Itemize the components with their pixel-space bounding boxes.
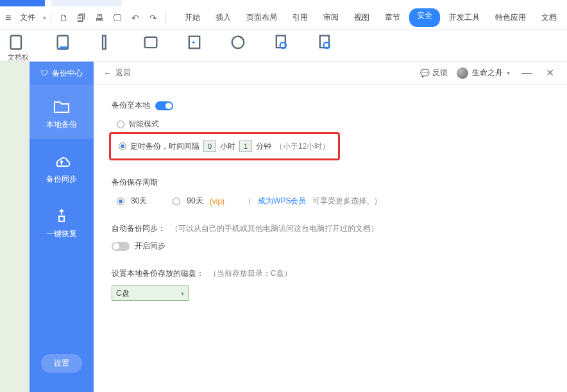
tab-devtools[interactable]: 开发工具 [443,8,486,27]
vip-tag: (vip) [210,197,224,206]
disk-selected-value: C盘 [116,288,130,299]
print-icon[interactable]: 🖶 [92,10,107,26]
section-auto-sync: 自动备份同步： （可以从自己的手机或其他电脑访问这台电脑打开过的文档） 开启同步 [112,223,549,251]
sidebar-item-sync[interactable]: 备份同步 [30,139,94,194]
section-title-text: 备份保存周期 [112,177,158,188]
ribbon-item[interactable] [229,33,247,51]
minutes-unit: 分钟 [256,141,271,152]
tab-document[interactable]: 文档 [535,8,563,27]
radio-smart-mode[interactable]: 智能模式 [117,119,549,130]
backup-local-toggle[interactable] [155,101,173,110]
username: 生命之舟 [472,67,503,78]
sidebar-item-label: 备份同步 [46,175,77,183]
tab-chapter[interactable]: 章节 [378,8,407,27]
enable-sync-toggle[interactable] [112,242,130,251]
sidebar-item-label: 本地备份 [46,120,77,129]
svg-rect-0 [11,36,21,49]
section-retention: 备份保存周期 30天 90天 (vip) （ 成为WPS会员 可享受更多选择。） [112,177,549,207]
chevron-down-icon: ▾ [43,15,46,21]
sidebar-title-text: 备份中心 [52,68,83,79]
redo-icon[interactable]: ↷ [146,10,161,26]
workspace: 🛡 备份中心 本地备份 备份同步 一键恢复 设置 ← 返回 [0,62,567,392]
enable-sync-label: 开启同步 [135,241,165,251]
ribbon-item[interactable] [273,33,291,51]
tab-layout[interactable]: 页面布局 [240,8,284,27]
tab-security[interactable]: 安全 [409,8,440,27]
inactive-doc-tab[interactable] [51,0,122,6]
tab-view[interactable]: 视图 [348,8,376,27]
vip-suffix: 可享受更多选择。） [312,196,382,207]
separator [165,12,166,24]
sidebar-item-label: 一键恢复 [46,229,77,238]
ribbon-doc-permission[interactable]: 文档权 [8,33,29,62]
disk-select[interactable]: C盘 ▾ [112,285,189,301]
retention-90-label: 90天 [187,196,203,207]
ribbon-row: 文档权 + [0,30,567,62]
hours-input[interactable]: 0 [203,141,216,152]
tab-reference[interactable]: 引用 [286,8,314,27]
minutes-input[interactable]: 1 [239,141,252,152]
feedback-label: 反馈 [432,67,448,78]
close-button[interactable]: ✕ [543,65,557,80]
chevron-down-icon: ▾ [507,69,510,76]
vip-prefix: （ [244,196,251,207]
settings-button[interactable]: 设置 [41,354,82,373]
preview-icon[interactable]: 🖵 [110,10,125,26]
auto-sync-hint: （可以从自己的手机或其他电脑访问这台电脑打开过的文档） [171,223,378,234]
ribbon-item[interactable] [316,33,334,51]
timed-backup-label: 定时备份，时间间隔 [130,141,199,152]
radio-icon [117,121,124,128]
section-disk: 设置本地备份存放的磁盘： （当前存放目录：C盘） C盘 ▾ [112,268,549,301]
share-icon[interactable]: 🗋 [56,10,71,26]
sidebar-title: 🛡 备份中心 [30,62,94,85]
user-menu[interactable]: 生命之舟 ▾ [457,67,510,79]
document-background [0,62,30,392]
radio-label: 智能模式 [128,119,159,130]
back-label: 返回 [115,67,131,78]
back-button[interactable]: ← 返回 [104,67,131,78]
ribbon-item[interactable] [55,33,72,51]
copy-icon[interactable]: 🗐 [74,10,89,26]
active-doc-tab[interactable] [0,0,45,6]
ribbon-item[interactable] [98,33,116,51]
tab-start[interactable]: 开始 [178,8,207,27]
avatar-icon [457,67,468,79]
panel-body: 备份至本地 智能模式 定时备份，时间间隔 0 小时 1 分钟 （小于12小时） [94,85,567,333]
back-arrow-icon: ← [104,69,112,78]
hamburger-icon[interactable]: ≡ [5,12,12,24]
ribbon-label: 文档权 [8,53,29,62]
svg-rect-2 [103,36,106,49]
retention-30-label: 30天 [131,196,147,207]
become-vip-link[interactable]: 成为WPS会员 [258,196,306,207]
sidebar-item-local-backup[interactable]: 本地备份 [30,85,94,139]
sidebar-item-restore[interactable]: 一键恢复 [30,194,94,248]
hours-unit: 小时 [220,141,235,152]
tap-icon [53,207,71,225]
radio-90-days[interactable] [173,198,180,205]
folder-icon [53,98,71,115]
tab-insert[interactable]: 插入 [209,8,237,27]
shield-icon: 🛡 [40,69,48,78]
panel-header: ← 返回 💬 反馈 生命之舟 ▾ — ✕ [94,62,567,85]
file-menu[interactable]: 文件 [15,10,40,26]
section-backup-local: 备份至本地 智能模式 定时备份，时间间隔 0 小时 1 分钟 （小于12小时） [112,100,549,160]
ribbon-item[interactable] [142,33,160,51]
backup-sidebar: 🛡 备份中心 本地备份 备份同步 一键恢复 设置 [30,62,94,392]
settings-panel: ← 返回 💬 反馈 生命之舟 ▾ — ✕ 备 [94,62,567,392]
disk-hint: （当前存放目录：C盘） [209,268,292,279]
main-toolbar: ≡ 文件 ▾ 🗋 🗐 🖶 🖵 ↶ ↷ 开始 插入 页面布局 引用 审阅 视图 章… [0,6,567,30]
minimize-button[interactable]: — [519,66,534,80]
tab-special[interactable]: 特色应用 [489,8,532,27]
radio-30-days[interactable] [117,198,124,205]
feedback-link[interactable]: 💬 反馈 [420,67,448,78]
chat-icon: 💬 [420,69,430,78]
limit-hint: （小于12小时） [275,141,330,152]
ribbon-tabs: 开始 插入 页面布局 引用 审阅 视图 章节 安全 开发工具 特色应用 文档 [178,8,563,27]
auto-sync-title: 自动备份同步： [112,223,165,234]
undo-icon[interactable]: ↶ [128,10,143,26]
radio-icon[interactable] [119,142,126,150]
titlebar [0,0,567,6]
disk-title: 设置本地备份存放的磁盘： [112,268,204,279]
tab-review[interactable]: 审阅 [317,8,345,27]
ribbon-item[interactable]: + [185,33,203,51]
